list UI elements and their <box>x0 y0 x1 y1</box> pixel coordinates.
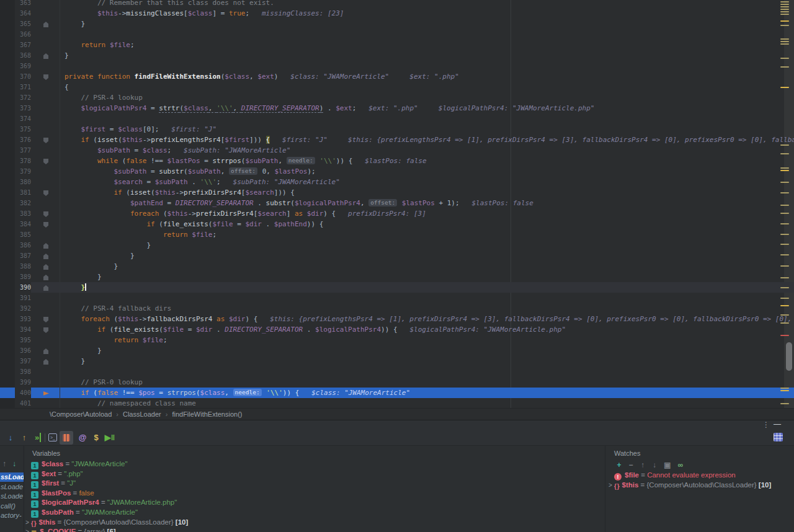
fold-marker-icon[interactable] <box>43 138 48 143</box>
frame-up-icon[interactable]: ↑ <box>2 459 6 468</box>
stripe-mark[interactable] <box>780 254 789 255</box>
hide-panel-icon[interactable]: — <box>774 420 781 428</box>
stack-frame[interactable]: sLoade <box>0 482 24 492</box>
variable-row[interactable]: 1$ext = ".php" <box>24 469 83 479</box>
code-line[interactable]: 376 if (isset($this->prefixLengthsPsr4[$… <box>0 135 794 145</box>
line-number[interactable]: 371 <box>15 82 31 92</box>
stripe-mark[interactable] <box>780 11 789 12</box>
code-line[interactable]: 401 // namespaced class name <box>0 398 794 408</box>
stripe-mark[interactable] <box>780 170 789 171</box>
stripe-mark[interactable] <box>780 87 789 88</box>
line-number[interactable]: 373 <box>15 103 31 113</box>
line-number[interactable]: 364 <box>15 8 31 19</box>
line-number[interactable]: 397 <box>15 356 31 366</box>
line-number[interactable]: 393 <box>15 314 31 324</box>
line-number[interactable]: 374 <box>15 113 31 124</box>
code-line[interactable]: 394 if (file_exists($file = $dir . DIREC… <box>0 324 794 335</box>
fold-marker-icon[interactable] <box>43 359 48 365</box>
code-line[interactable]: 381 if (isset($this->prefixDirsPsr4[$sea… <box>0 187 794 198</box>
line-number[interactable]: 363 <box>15 0 31 8</box>
stripe-mark[interactable] <box>780 66 789 68</box>
variable-row[interactable]: >{ }$this = {Composer\Autoload\ClassLoad… <box>24 518 188 528</box>
stripe-mark[interactable] <box>780 9 789 10</box>
fold-marker-icon[interactable] <box>43 243 48 249</box>
line-number[interactable]: 383 <box>15 208 31 219</box>
expand-chevron-icon[interactable]: > <box>24 527 31 532</box>
stripe-mark[interactable] <box>780 390 789 391</box>
stack-frame[interactable]: call() <box>0 502 24 511</box>
code-line[interactable]: 391 <box>0 293 794 303</box>
line-number[interactable]: 376 <box>15 135 31 145</box>
line-number[interactable]: 389 <box>15 272 31 282</box>
breadcrumb-item[interactable]: findFileWithExtension() <box>172 409 242 420</box>
more-options-icon[interactable]: ⋮ <box>762 420 770 429</box>
fold-marker-icon[interactable] <box>43 285 48 291</box>
code-line[interactable]: 384 if (file_exists($file = $dir . $path… <box>0 219 794 229</box>
watch-row[interactable]: !$file = Cannot evaluate expression <box>607 471 736 481</box>
fold-marker-icon[interactable] <box>43 222 48 228</box>
breadcrumb-item[interactable]: ClassLoader <box>123 409 161 420</box>
stripe-mark[interactable] <box>780 58 789 59</box>
add-watch-button-icon[interactable]: + <box>614 461 624 469</box>
stripe-mark[interactable] <box>780 213 789 214</box>
stripe-mark[interactable] <box>780 20 789 22</box>
code-line[interactable]: 377 $subPath = $class; $subPath: "JWAMor… <box>0 145 794 156</box>
line-number[interactable]: 382 <box>15 198 31 208</box>
show-watches-in-variables-button-icon[interactable]: ∞ <box>676 461 685 469</box>
step-out-button-icon[interactable]: ↑ <box>19 432 30 443</box>
scrollbar-thumb[interactable] <box>786 342 792 371</box>
fold-marker-icon[interactable] <box>43 348 48 354</box>
code-line[interactable]: 400 if (false !== $pos = strrpos($class,… <box>0 388 794 398</box>
stripe-mark[interactable] <box>780 388 789 389</box>
variable-row[interactable]: 1$logicalPathPsr4 = "JWAMoreArticle.php" <box>24 498 177 508</box>
stripe-mark[interactable] <box>780 182 789 183</box>
fold-marker-icon[interactable] <box>43 74 48 80</box>
fold-marker-icon[interactable] <box>43 317 48 322</box>
stripe-mark[interactable] <box>780 41 789 42</box>
frame-down-icon[interactable]: ↓ <box>12 459 16 468</box>
expand-chevron-icon[interactable]: > <box>24 518 31 528</box>
memory-view-button-icon[interactable]: $ <box>91 432 102 443</box>
line-number[interactable]: 370 <box>15 71 31 82</box>
stripe-mark[interactable] <box>780 322 789 324</box>
line-number[interactable]: 385 <box>15 229 31 240</box>
console-button-icon[interactable]: >_ <box>48 433 57 441</box>
threads-button-icon[interactable] <box>60 431 73 445</box>
move-watch-up-button-icon[interactable]: ↑ <box>638 461 648 469</box>
code-line[interactable]: 380 $search = $subPath . '\\'; $subPath:… <box>0 177 794 187</box>
code-line[interactable]: 383 foreach ($this->prefixDirsPsr4[$sear… <box>0 208 794 219</box>
stripe-mark[interactable] <box>780 277 789 278</box>
stripe-mark[interactable] <box>780 205 789 206</box>
expand-chevron-icon[interactable]: > <box>607 481 614 490</box>
stripe-mark[interactable] <box>780 167 789 169</box>
variable-row[interactable]: 1$lastPos = false <box>24 489 94 499</box>
code-line[interactable]: 371{ <box>0 82 794 92</box>
line-number[interactable]: 366 <box>15 29 31 40</box>
code-line[interactable]: 370private function findFileWithExtensio… <box>0 71 794 82</box>
stripe-mark[interactable] <box>780 244 789 245</box>
variable-row[interactable]: 1$class = "JWAMoreArticle" <box>24 459 127 469</box>
code-line[interactable]: 363 // Remember that this class does not… <box>0 0 794 8</box>
code-line[interactable]: 390 } <box>0 282 794 293</box>
code-line[interactable]: 396 } <box>0 345 794 356</box>
code-line[interactable]: 373 $logicalPathPsr4 = strtr($class, '\\… <box>0 103 794 113</box>
line-number[interactable]: 390 <box>15 282 31 293</box>
code-line[interactable]: 389 } <box>0 272 794 282</box>
line-number[interactable]: 394 <box>15 324 31 335</box>
code-line[interactable]: 397 } <box>0 356 794 366</box>
fold-marker-icon[interactable] <box>43 190 48 196</box>
stripe-mark[interactable] <box>780 403 789 404</box>
fold-marker-icon[interactable] <box>43 275 48 280</box>
code-line[interactable]: 375 $first = $class[0]; $first: "J" <box>0 124 794 135</box>
code-line[interactable]: 372 // PSR-4 lookup <box>0 92 794 103</box>
code-line[interactable]: 369 <box>0 61 794 71</box>
line-number[interactable]: 399 <box>15 377 31 388</box>
variable-row[interactable]: 1$first = "J" <box>24 479 76 489</box>
restore-layout-icon[interactable] <box>774 433 783 441</box>
breadcrumb-item[interactable]: \Composer\Autoload <box>50 409 112 420</box>
code-line[interactable]: 385 return $file; <box>0 229 794 240</box>
error-stripe[interactable] <box>779 0 794 408</box>
line-number[interactable]: 367 <box>15 40 31 50</box>
line-number[interactable]: 381 <box>15 187 31 198</box>
line-number[interactable]: 368 <box>15 50 31 61</box>
